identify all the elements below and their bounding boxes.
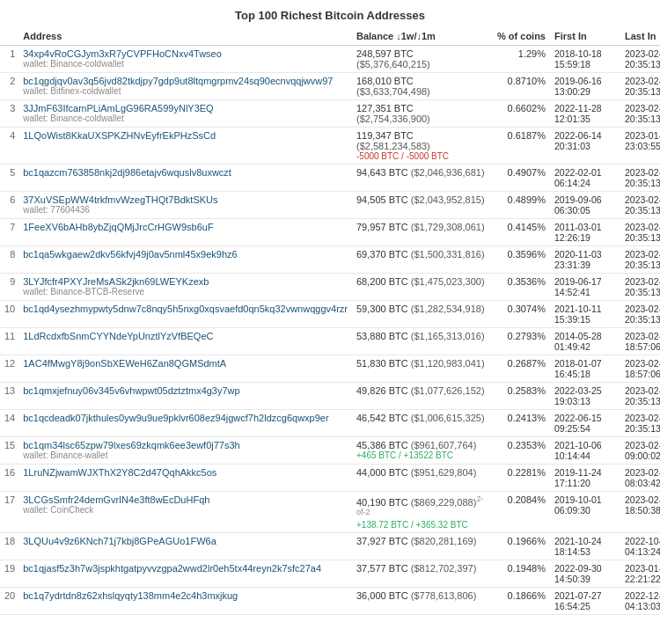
balance-change: -5000 BTC / -5000 BTC — [356, 151, 488, 161]
row-address[interactable]: 1FeeXV6bAHb8ybZjqQMjJrcCrHGW9sb6uF — [18, 219, 352, 246]
address-link[interactable]: 34xp4vRoCGJym3xR7yCVPFHoCNxv4Twseo — [23, 48, 348, 59]
col-lastin: Last In — [620, 27, 660, 46]
row-first-in: 2022-09-3014:50:39 — [550, 560, 620, 588]
address-link[interactable]: bc1qgdjqv0av3q56jvd82tkdjpy7gdp9ut8ltqmg… — [23, 76, 348, 86]
row-first-in: 2020-11-0323:31:39 — [550, 246, 620, 274]
address-link[interactable]: bc1qm34lsc65zpw79lxes69zkqmk6ee3ewf0j77s… — [23, 440, 348, 450]
row-address[interactable]: 3LQUu4v9z6KNch71j7kbj8GPeAGUo1FW6a — [18, 533, 352, 560]
row-pct: 1.29% — [493, 46, 550, 73]
address-link[interactable]: 3JJmF63IfcamPLiAmLgG96RA599yNlY3EQ — [23, 103, 348, 113]
table-row: 111LdRcdxfbSnmCYYNdeYpUnztlYzVfBEQeC53,8… — [0, 328, 660, 355]
row-num: 14 — [0, 410, 18, 437]
row-num: 5 — [0, 165, 18, 192]
address-link[interactable]: 1LdRcdxfbSnmCYYNdeYpUnztlYzVfBEQeC — [23, 331, 348, 341]
balance-btc: 168,010 BTC ($3,633,704,498) — [356, 76, 488, 97]
table-row: 71FeeXV6bAHb8ybZjqQMjJrcCrHGW9sb6uF79,95… — [0, 219, 660, 246]
row-pct: 0.1948% — [493, 560, 550, 588]
row-address[interactable]: bc1qa5wkgaew2dkv56kfvj49j0av5nml45x9ek9h… — [18, 246, 352, 274]
row-address[interactable]: bc1q7ydrtdn8z62xhslqyqty138mm4e2c4h3mxjk… — [18, 588, 352, 615]
balance-btc: 36,000 BTC ($778,613,806) — [356, 590, 488, 601]
table-row: 41LQoWist8KkaUXSPKZHNvEyfrEkPHzSsCd119,3… — [0, 128, 660, 165]
row-address[interactable]: 37XuVSEpWW4trkfmvWzegTHQt7BdktSKUswallet… — [18, 192, 352, 219]
row-first-in: 2022-02-0106:14:24 — [550, 165, 620, 192]
address-link[interactable]: bc1qa5wkgaew2dkv56kfvj49j0av5nml45x9ek9h… — [23, 249, 348, 260]
balance-usd: ($2,581,234,583) — [356, 141, 430, 151]
balance-usd: ($1,475,023,300) — [411, 276, 485, 287]
row-first-in: 2019-06-1613:00:29 — [550, 73, 620, 100]
row-num: 15 — [0, 437, 18, 465]
row-address[interactable]: bc1qazcm763858nkj2dj986etajv6wquslv8uxwc… — [18, 165, 352, 192]
row-last-in: 2023-02-1120:35:13 — [620, 73, 660, 100]
row-first-in: 2019-06-1714:52:41 — [550, 274, 620, 301]
table-row: 173LCGsSmfr24demGvrIN4e3ft8wEcDuHFqhwall… — [0, 492, 660, 533]
row-last-in: 2023-02-1120:35:13 — [620, 219, 660, 246]
address-link[interactable]: bc1qmxjefnuy06v345v6vhwpwt05dztztmx4g3y7… — [23, 385, 348, 396]
row-balance: 94,505 BTC ($2,043,952,815) — [352, 192, 493, 219]
address-link[interactable]: 3LQUu4v9z6KNch71j7kbj8GPeAGUo1FW6a — [23, 536, 348, 546]
table-row: 183LQUu4v9z6KNch71j7kbj8GPeAGUo1FW6a37,9… — [0, 533, 660, 560]
row-last-in: 2023-02-1309:00:02 — [620, 437, 660, 465]
row-first-in: 2021-10-2418:14:53 — [550, 533, 620, 560]
row-last-in: 2023-02-1120:35:13 — [620, 383, 660, 410]
address-link[interactable]: 1LQoWist8KkaUXSPKZHNvEyfrEkPHzSsCd — [23, 130, 348, 141]
row-address[interactable]: 1LruNZjwamWJXThX2Y8C2d47QqhAkkc5os — [18, 465, 352, 492]
row-first-in: 2011-03-0112:26:19 — [550, 219, 620, 246]
address-link[interactable]: bc1qjasf5z3h7w3jspkhtgatpyvvzgpa2wwd2lr0… — [23, 563, 348, 574]
balance-change: +465 BTC / +13522 BTC — [356, 450, 488, 460]
row-pct: 0.4907% — [493, 165, 550, 192]
wallet-label: wallet: CoinCheck — [23, 505, 348, 515]
row-address[interactable]: 3JJmF63IfcamPLiAmLgG96RA599yNlY3EQwallet… — [18, 100, 352, 128]
row-last-in: 2023-02-0408:03:42 — [620, 465, 660, 492]
row-address[interactable]: bc1qd4ysezhmypwty5dnw7c8nqy5h5nxg0xqsvae… — [18, 301, 352, 328]
address-link[interactable]: bc1qcdeadk07jkthules0yw9u9ue9pklvr608ez9… — [23, 413, 348, 423]
row-balance: 37,927 BTC ($820,281,169) — [352, 533, 493, 560]
row-first-in: 2019-11-2417:11:20 — [550, 465, 620, 492]
row-address[interactable]: 3LYJfcfr4PXYJreMsASk2jkn69LWEYKzexbwalle… — [18, 274, 352, 301]
address-link[interactable]: 3LYJfcfr4PXYJreMsASk2jkn69LWEYKzexb — [23, 276, 348, 287]
row-pct: 0.3596% — [493, 246, 550, 274]
row-address[interactable]: bc1qm34lsc65zpw79lxes69zkqmk6ee3ewf0j77s… — [18, 437, 352, 465]
row-address[interactable]: 1LQoWist8KkaUXSPKZHNvEyfrEkPHzSsCd — [18, 128, 352, 165]
row-pct: 0.1866% — [493, 588, 550, 615]
row-last-in: 2023-02-1120:35:13 — [620, 100, 660, 128]
row-balance: 59,300 BTC ($1,282,534,918) — [352, 301, 493, 328]
row-num: 2 — [0, 73, 18, 100]
row-address[interactable]: 1LdRcdxfbSnmCYYNdeYpUnztlYzVfBEQeC — [18, 328, 352, 355]
balance-usd: ($5,376,640,215) — [356, 59, 430, 70]
row-pct: 0.4899% — [493, 192, 550, 219]
row-balance: 36,000 BTC ($778,613,806) — [352, 588, 493, 615]
address-link[interactable]: bc1qd4ysezhmypwty5dnw7c8nqy5h5nxg0xqsvae… — [23, 304, 348, 314]
balance-usd: ($951,629,804) — [411, 467, 477, 478]
row-address[interactable]: bc1qmxjefnuy06v345v6vhwpwt05dztztmx4g3y7… — [18, 383, 352, 410]
balance-btc: 49,826 BTC ($1,077,626,152) — [356, 385, 488, 396]
balance-btc: 44,000 BTC ($951,629,804) — [356, 467, 488, 478]
address-link[interactable]: 1AC4fMwgY8j9onSbXEWeH6Zan8QGMSdmtA — [23, 358, 348, 369]
balance-btc: 40,190 BTC ($869,229,088)2-of-2 — [356, 494, 488, 520]
row-pct: 0.2413% — [493, 410, 550, 437]
row-address[interactable]: bc1qcdeadk07jkthules0yw9u9ue9pklvr608ez9… — [18, 410, 352, 437]
row-balance: 40,190 BTC ($869,229,088)2-of-2+138.72 B… — [352, 492, 493, 533]
address-link[interactable]: bc1qazcm763858nkj2dj986etajv6wquslv8uxwc… — [23, 167, 348, 178]
address-link[interactable]: 1LruNZjwamWJXThX2Y8C2d47QqhAkkc5os — [23, 467, 348, 478]
row-first-in: 2021-10-0610:14:44 — [550, 437, 620, 465]
row-pct: 0.6187% — [493, 128, 550, 165]
row-address[interactable]: 34xp4vRoCGJym3xR7yCVPFHoCNxv4Twseowallet… — [18, 46, 352, 73]
row-address[interactable]: 3LCGsSmfr24demGvrIN4e3ft8wEcDuHFqhwallet… — [18, 492, 352, 533]
row-first-in: 2022-06-1420:31:03 — [550, 128, 620, 165]
row-num: 4 — [0, 128, 18, 165]
row-last-in: 2023-02-1118:57:06 — [620, 355, 660, 383]
row-address[interactable]: 1AC4fMwgY8j9onSbXEWeH6Zan8QGMSdmtA — [18, 355, 352, 383]
address-link[interactable]: 37XuVSEpWW4trkfmvWzegTHQt7BdktSKUs — [23, 194, 348, 205]
row-address[interactable]: bc1qjasf5z3h7w3jspkhtgatpyvvzgpa2wwd2lr0… — [18, 560, 352, 588]
row-balance: 168,010 BTC ($3,633,704,498) — [352, 73, 493, 100]
row-num: 3 — [0, 100, 18, 128]
balance-usd: ($1,006,615,325) — [411, 413, 485, 423]
table-row: 161LruNZjwamWJXThX2Y8C2d47QqhAkkc5os44,0… — [0, 465, 660, 492]
address-link[interactable]: 3LCGsSmfr24demGvrIN4e3ft8wEcDuHFqh — [23, 494, 348, 505]
address-link[interactable]: 1FeeXV6bAHb8ybZjqQMjJrcCrHGW9sb6uF — [23, 222, 348, 232]
address-link[interactable]: bc1q7ydrtdn8z62xhslqyqty138mm4e2c4h3mxjk… — [23, 590, 348, 601]
table-row: 20bc1q7ydrtdn8z62xhslqyqty138mm4e2c4h3mx… — [0, 588, 660, 615]
table-row: 10bc1qd4ysezhmypwty5dnw7c8nqy5h5nxg0xqsv… — [0, 301, 660, 328]
wallet-label: wallet: Binance-BTCB-Reserve — [23, 287, 348, 296]
row-address[interactable]: bc1qgdjqv0av3q56jvd82tkdjpy7gdp9ut8ltqmg… — [18, 73, 352, 100]
